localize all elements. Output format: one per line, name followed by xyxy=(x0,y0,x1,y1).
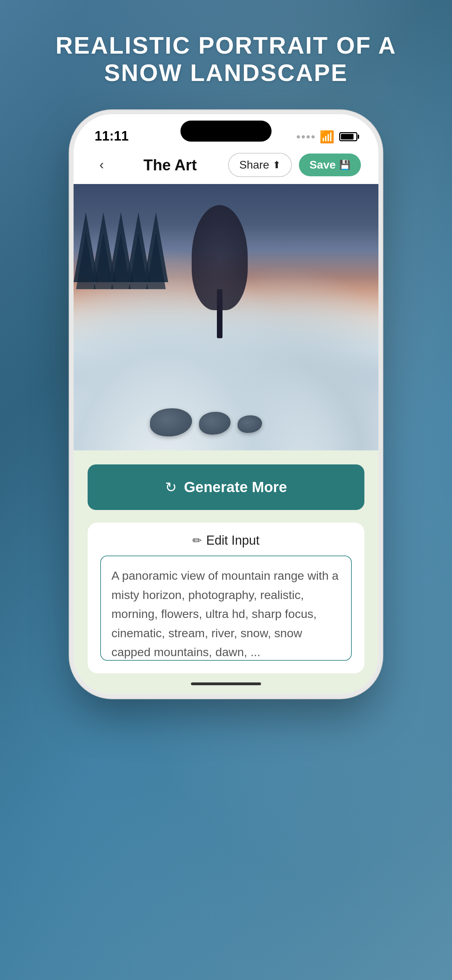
save-button[interactable]: Save 💾 xyxy=(299,154,361,176)
rock-3 xyxy=(237,415,262,433)
nav-bar: ‹ The Art Share ⬆ Save 💾 xyxy=(73,149,379,184)
edit-header: ✏ Edit Input xyxy=(100,533,352,548)
share-label: Share xyxy=(239,158,269,172)
home-bar xyxy=(191,682,261,685)
pine-tree-5 xyxy=(144,212,168,282)
main-tree xyxy=(188,205,251,338)
share-icon: ⬆ xyxy=(272,159,281,171)
pencil-icon: ✏ xyxy=(193,534,202,547)
nav-title: The Art xyxy=(143,156,197,174)
wifi-icon: 📶 xyxy=(320,130,334,144)
rock-2 xyxy=(199,412,231,434)
home-indicator xyxy=(73,673,379,694)
phone-frame: 11:11 📶 ‹ The Art Share ⬆ xyxy=(73,114,379,694)
save-label: Save xyxy=(309,158,336,172)
back-chevron-icon: ‹ xyxy=(100,158,104,172)
generate-label: Generate More xyxy=(184,479,287,496)
generate-more-button[interactable]: ↻ Generate More xyxy=(88,465,364,510)
signal-icon xyxy=(297,135,315,138)
generate-icon: ↻ xyxy=(165,479,177,495)
pine-trees xyxy=(73,212,161,282)
artwork-image xyxy=(73,184,379,450)
share-button[interactable]: Share ⬆ xyxy=(228,153,292,177)
page-title: REALISTIC PORTRAIT OF A SNOW LANDSCAPE xyxy=(0,32,452,86)
dynamic-island xyxy=(180,121,272,142)
generated-artwork xyxy=(73,184,379,450)
content-area: ↻ Generate More ✏ Edit Input A panoramic… xyxy=(73,450,379,673)
edit-input-title: Edit Input xyxy=(206,533,259,548)
save-icon: 💾 xyxy=(339,159,350,170)
battery-icon xyxy=(339,132,357,141)
nav-actions: Share ⬆ Save 💾 xyxy=(228,153,361,177)
rock-1 xyxy=(150,408,192,436)
edit-input-section: ✏ Edit Input A panoramic view of mountai… xyxy=(88,523,364,673)
snow-rocks xyxy=(150,408,262,436)
status-time: 11:11 xyxy=(95,129,129,144)
prompt-textarea[interactable]: A panoramic view of mountain range with … xyxy=(100,555,352,661)
status-icons: 📶 xyxy=(297,130,357,144)
back-button[interactable]: ‹ xyxy=(91,154,112,176)
phone-mockup: 11:11 📶 ‹ The Art Share ⬆ xyxy=(73,114,379,694)
status-bar: 11:11 📶 xyxy=(73,114,379,149)
